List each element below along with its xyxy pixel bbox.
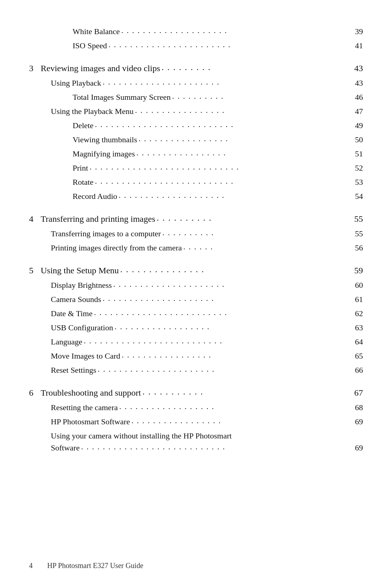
- entry-dots: . . . . . . . . . . .: [142, 385, 348, 398]
- entry-dots: . . . . . . . . . . . . . . . . .: [122, 349, 348, 361]
- entry-dots: . . . . . . . . . . . . . . . . . . . . …: [103, 292, 348, 304]
- entry-dots: . . . . . . . . . . . . . . . . . . . .: [119, 189, 348, 201]
- entry-page: 46: [350, 91, 363, 103]
- toc-entry-transferring: Transferring images to a computer . . . …: [29, 228, 363, 240]
- chapter-number: 5: [29, 264, 33, 277]
- footer: 4 HP Photosmart E327 User Guide: [29, 562, 363, 570]
- entry-label: HP Photosmart Software: [51, 416, 130, 428]
- entry-page: 68: [350, 401, 363, 413]
- chapter-number: 6: [29, 386, 33, 399]
- toc-entry-iso-speed: ISO Speed . . . . . . . . . . . . . . . …: [29, 40, 363, 52]
- entry-dots: . . . . . . . . . . . . . . . . . . . . …: [113, 278, 348, 290]
- entry-label: Date & Time: [51, 307, 93, 319]
- entry-dots: . . . . . . . . .: [162, 61, 348, 74]
- entry-label: USB Configuration: [51, 322, 113, 334]
- entry-dots: . . . . . . . . . . . . . . . . . .: [115, 320, 348, 332]
- entry-page: 51: [350, 148, 363, 160]
- toc-entry-ch6: 6 Troubleshooting and support . . . . . …: [29, 386, 363, 399]
- entry-page: 54: [350, 190, 363, 202]
- entry-page: 69: [350, 416, 363, 428]
- entry-dots: . . . . . . . . . . . . . . . . . . . . …: [103, 76, 348, 88]
- entry-page: 64: [350, 336, 363, 348]
- entry-page: 63: [350, 322, 363, 334]
- entry-dots: . . . . . . . . . . . . . . . . . . . . …: [81, 441, 348, 453]
- entry-dots: . . . . . . . . . . . . . . . . .: [131, 415, 348, 426]
- entry-page: 65: [350, 350, 363, 362]
- entry-dots: . . . . . . . . . . . . . . . . .: [135, 104, 348, 116]
- entry-label: Using the Playback Menu: [51, 105, 134, 117]
- entry-page: 49: [350, 119, 363, 131]
- entry-label: Camera Sounds: [51, 293, 101, 305]
- entry-dots: . . . . . . . . . . . . . . . . . . . . …: [94, 306, 348, 318]
- toc-entry-rotate: Rotate . . . . . . . . . . . . . . . . .…: [29, 176, 363, 188]
- entry-page: 69: [350, 442, 363, 454]
- entry-dots: . . . . . . . . . . . . . . . . . . . . …: [84, 335, 348, 347]
- toc-entry-hp-software: HP Photosmart Software . . . . . . . . .…: [29, 416, 363, 428]
- toc-entry-using-playback: Using Playback . . . . . . . . . . . . .…: [29, 77, 363, 89]
- entry-label: ISO Speed: [73, 40, 107, 52]
- toc-entry-using-without: Using your camera without installing the…: [29, 430, 363, 454]
- entry-label: Transferring images to a computer: [51, 228, 161, 240]
- entry-dots: . . . . . . . . . .: [157, 211, 348, 224]
- entry-dots: . . . . . . . . . .: [162, 226, 348, 238]
- entry-label: Troubleshooting and support: [41, 386, 141, 399]
- toc-entry-language: Language . . . . . . . . . . . . . . . .…: [29, 336, 363, 348]
- entry-dots: . . . . . . . . . . . . . . . . .: [139, 132, 348, 144]
- toc-entry-total-images: Total Images Summary Screen . . . . . . …: [29, 91, 363, 103]
- toc-entry-playback-menu: Using the Playback Menu . . . . . . . . …: [29, 105, 363, 117]
- toc-entry-ch5: 5 Using the Setup Menu . . . . . . . . .…: [29, 264, 363, 277]
- entry-page: 59: [350, 264, 363, 277]
- entry-page: 67: [350, 386, 363, 399]
- toc-entry-ch4: 4 Transferring and printing images . . .…: [29, 212, 363, 225]
- entry-label: Move Images to Card: [51, 350, 120, 362]
- entry-dots: . . . . . . . . . . . . . . .: [120, 263, 348, 276]
- toc-entry-camera-sounds: Camera Sounds . . . . . . . . . . . . . …: [29, 293, 363, 305]
- entry-dots: . . . . . . . . . . . . . . . . . . . . …: [95, 118, 348, 130]
- toc-entry-print: Print . . . . . . . . . . . . . . . . . …: [29, 162, 363, 174]
- toc-entry-record-audio: Record Audio . . . . . . . . . . . . . .…: [29, 190, 363, 202]
- entry-label: Using the Setup Menu: [41, 264, 119, 277]
- toc-entry-thumbnails: Viewing thumbnails . . . . . . . . . . .…: [29, 134, 363, 146]
- entry-dots: . . . . . .: [183, 241, 348, 253]
- footer-title: HP Photosmart E327 User Guide: [47, 562, 143, 570]
- chapter-number: 4: [29, 212, 33, 225]
- entry-label: Rotate: [73, 176, 93, 188]
- entry-page: 43: [350, 62, 363, 75]
- toc-entry-date-time: Date & Time . . . . . . . . . . . . . . …: [29, 307, 363, 319]
- entry-dots: . . . . . . . . . . . . . . . . . . . . …: [109, 38, 348, 50]
- entry-page: 61: [350, 293, 363, 305]
- entry-label: Reset Settings: [51, 364, 96, 376]
- chapter-number: 3: [29, 62, 33, 75]
- entry-label-line2: Software: [51, 442, 79, 454]
- entry-page: 43: [350, 77, 363, 89]
- footer-page-number: 4: [29, 562, 33, 570]
- entry-label: Delete: [73, 119, 93, 131]
- page: White Balance . . . . . . . . . . . . . …: [0, 0, 392, 588]
- entry-label: Display Brightness: [51, 279, 112, 291]
- entry-label: Record Audio: [73, 190, 117, 202]
- entry-label: Using your camera without installing the…: [51, 430, 363, 442]
- entry-page: 60: [350, 279, 363, 291]
- toc-entry-white-balance: White Balance . . . . . . . . . . . . . …: [29, 25, 363, 37]
- entry-dots: . . . . . . . . . .: [172, 90, 348, 102]
- entry-page: 56: [350, 242, 363, 254]
- entry-dots: . . . . . . . . . . . . . . . . . . . . …: [95, 175, 348, 187]
- entry-label: Resetting the camera: [51, 401, 118, 413]
- entry-page: 39: [350, 25, 363, 37]
- entry-page: 52: [350, 162, 363, 174]
- entry-label: Magnifying images: [73, 148, 135, 160]
- entry-page: 62: [350, 307, 363, 319]
- toc-entry-delete: Delete . . . . . . . . . . . . . . . . .…: [29, 119, 363, 131]
- toc-entry-usb-config: USB Configuration . . . . . . . . . . . …: [29, 322, 363, 334]
- toc-table: White Balance . . . . . . . . . . . . . …: [29, 25, 363, 454]
- toc-entry-printing: Printing images directly from the camera…: [29, 242, 363, 254]
- entry-page: 50: [350, 134, 363, 146]
- entry-dots: . . . . . . . . . . . . . . . . . . . . …: [90, 161, 348, 173]
- entry-label: Using Playback: [51, 77, 101, 89]
- toc-entry-magnifying: Magnifying images . . . . . . . . . . . …: [29, 148, 363, 160]
- entry-page: 55: [350, 212, 363, 225]
- entry-dots: . . . . . . . . . . . . . . . . . . . . …: [98, 363, 348, 375]
- entry-page: 53: [350, 176, 363, 188]
- entry-label: White Balance: [73, 25, 120, 37]
- entry-dots: . . . . . . . . . . . . . . . . . .: [119, 400, 348, 412]
